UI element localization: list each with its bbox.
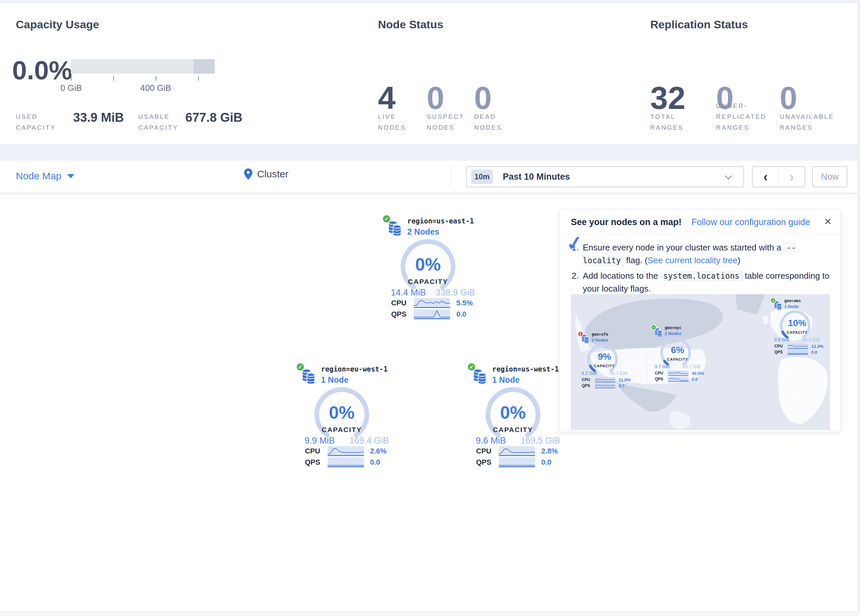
capacity-percent: 0% [375,255,481,273]
view-mode-label: Node Map [16,171,61,182]
capacity-word: CAPACITY [767,331,827,334]
total-ranges-label: TOTAL RANGES [650,113,684,131]
close-icon[interactable]: ✕ [824,216,832,227]
cpu-sparkline [595,377,615,382]
used-capacity-label: USED CAPACITY [16,113,56,131]
time-forward-button[interactable]: › [779,167,805,187]
time-range-dropdown[interactable]: 10m Past 10 Minutes [466,166,744,187]
qps-value: 4.7 [619,383,625,388]
qps-label: QPS [476,458,494,467]
qps-value: 0.0 [811,350,817,355]
locality-label: region=us-west-1 [492,365,559,373]
popup-header: See your nodes on a map! Follow our conf… [559,210,840,235]
now-button[interactable]: Now [812,166,847,187]
time-range-badge: 10m [471,169,493,184]
replication-status-title: Replication Status [650,18,748,31]
capacity-word: CAPACITY [289,426,394,434]
label-line: RANGES [650,124,684,131]
chevron-down-icon [725,172,732,179]
region-card-eu-west-1[interactable]: ✓ region=eu-west-1 1 Node 0% CAPACITY 9.… [289,361,394,473]
healthy-check-badge: ✓ [382,214,391,223]
qps-label: QPS [774,350,785,354]
axis-tick [113,76,114,81]
time-range-label: Past 10 Minutes [503,167,570,187]
view-mode-dropdown[interactable]: Node Map [16,171,74,182]
label-line: UNDER- [716,103,766,109]
breadcrumb[interactable]: Cluster [244,168,289,180]
qps-label: QPS [655,377,665,381]
qps-sparkline [328,458,364,467]
used-capacity: 3.7 GiB [654,364,670,369]
capacity-percent: 0% [289,403,394,421]
capacity-bar-tail [194,59,215,74]
under-replicated-ranges-label: UNDER- REPLICATED RANGES [716,103,766,131]
label-line: USED [16,113,56,120]
popup-instructions: ✓ 1. Ensure every node in your cluster w… [571,241,832,298]
total-capacity: 338.9 GiB [436,288,475,298]
cpu-label: CPU [655,371,665,375]
geo-card-sfo[interactable]: 1 geo=sfo 2 Nodes 9% CAPACITY 3.2 G [575,331,634,393]
axis-tick-label: 0 GiB [51,83,91,93]
live-nodes-count: 4 [378,82,395,114]
node-map-canvas: ✓ region=us-east-1 2 Nodes 0% CAPACITY 1… [0,194,857,611]
locality-tree-link[interactable]: See current locality tree [648,255,738,265]
capacity-percent: 0% [460,403,566,421]
total-capacity: 34.4 GiB [802,337,820,342]
qps-sparkline [668,376,689,382]
label-line: TOTAL [650,113,684,120]
cpu-value: 42.5% [692,371,704,376]
geo-card-nyc[interactable]: ✓ geo=nyc 2 Nodes 6% CAPACITY 3.7 G [648,324,707,387]
used-capacity: 9.6 MiB [476,436,506,446]
big-check-icon: ✓ [566,236,584,251]
healthy-check-badge: ✓ [467,362,476,371]
configuration-guide-link[interactable]: Follow our configuration guide [691,217,810,227]
time-back-button[interactable]: ‹ [753,167,779,187]
step-text: ) [738,255,741,265]
view-toolbar: Node Map Cluster 10m Past 10 Minutes ‹ ›… [0,161,857,193]
total-capacity: 169.4 GiB [349,436,389,446]
world-map-preview: 1 geo=sfo 2 Nodes 9% CAPACITY 3.2 G [571,294,830,430]
qps-sparkline [414,309,450,319]
capacity-percent: 6% [648,345,707,355]
page-footer-strip [0,611,860,616]
cluster-summary-panel: Capacity Usage 0.0% 0 GiB 400 GiB USED C… [0,3,857,144]
total-capacity: 65.7 GiB [683,364,701,369]
region-card-us-west-1[interactable]: ✓ region=us-west-1 1 Node 0% CAPACITY 9.… [460,361,566,473]
qps-value: 0.0 [370,458,380,467]
label-line: CAPACITY [16,124,56,131]
label-line: RANGES [780,124,834,131]
qps-label: QPS [391,310,409,318]
capacity-word: CAPACITY [648,357,707,361]
label-line: NODES [474,124,502,131]
cpu-sparkline [788,343,808,349]
cpu-sparkline [499,446,535,456]
cpu-label: CPU [305,447,323,455]
healthy-check-badge: ✓ [651,324,656,331]
qps-sparkline [595,383,615,388]
locality-label: geo=sfo [592,332,609,337]
dead-nodes-count: 0 [474,82,491,114]
locality-label: geo=ams [784,298,801,303]
used-capacity: 9.9 MiB [304,436,335,446]
used-capacity: 3.6 GiB [774,337,789,342]
step-number: 2. [571,270,579,282]
cpu-sparkline [414,298,450,308]
cpu-label: CPU [391,299,409,307]
region-card-us-east-1[interactable]: ✓ region=us-east-1 2 Nodes 0% CAPACITY 1… [375,213,481,325]
qps-sparkline [788,350,808,355]
locality-label: region=us-east-1 [407,217,474,225]
qps-label: QPS [582,383,592,388]
suspect-nodes-label: SUSPECT NODES [427,113,464,131]
locality-label: region=eu-west-1 [321,365,388,373]
qps-value: 0.0 [456,310,466,318]
time-nav-buttons: ‹ › [752,166,805,187]
capacity-word: CAPACITY [575,364,634,368]
cpu-value: 2.8% [541,447,558,455]
suspect-nodes-count: 0 [427,82,444,114]
capacity-percent: 9% [575,352,634,361]
geo-card-ams[interactable]: ✓ geo=ams 1 Node 10% CAPACITY 3.6 G [767,298,827,360]
usable-capacity-label: USABLE CAPACITY [138,113,179,131]
axis-tick [156,76,156,81]
axis-tick [71,76,71,81]
step-text: Add locations to the [583,271,661,281]
